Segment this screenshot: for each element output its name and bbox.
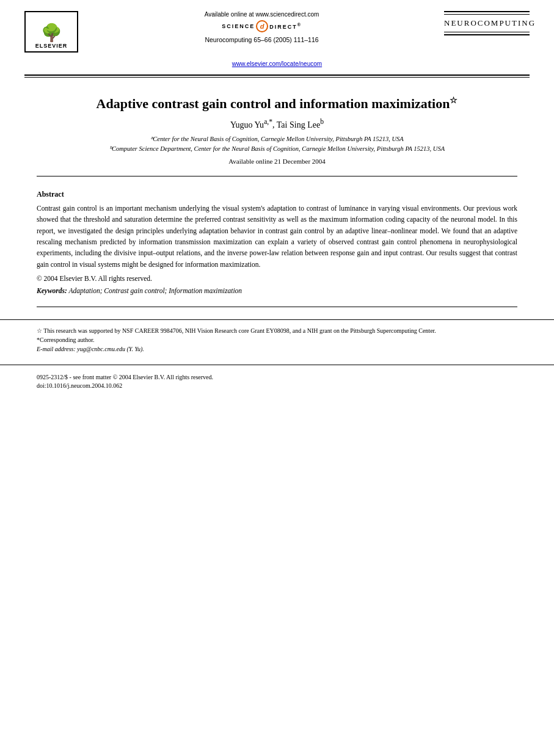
keywords-line: Keywords: Adaptation; Contrast gain cont… — [37, 287, 517, 294]
author1-sup: a,* — [264, 118, 272, 126]
affiliation-a: ᵃCenter for the Neural Basis of Cognitio… — [49, 134, 505, 144]
title-star: ☆ — [450, 96, 457, 105]
url-line: www.elsevier.com/locate/neucom — [232, 57, 322, 68]
footnote-area: ☆ This research was supported by NSF CAR… — [0, 319, 554, 362]
email-label: E-mail address: — [37, 346, 76, 352]
abstract-text: Contrast gain control is an important me… — [37, 203, 517, 270]
abstract-section: Abstract Contrast gain control is an imp… — [37, 181, 517, 300]
abstract-divider-bottom — [37, 307, 517, 307]
footnote-star-text: ☆ This research was supported by NSF CAR… — [37, 326, 517, 354]
nc-line-2 — [444, 14, 530, 15]
affiliation-b: ᵇComputer Science Department, Center for… — [49, 144, 505, 154]
author1-name: Yuguo Yu — [230, 120, 264, 129]
title-section: Adaptive contrast gain control and infor… — [37, 78, 517, 171]
page: 🌳 ELSEVIER Available online at www.scien… — [0, 0, 554, 756]
footnote-email-line: E-mail address: yug@cnbc.cmu.edu (Y. Yu)… — [37, 344, 517, 354]
authors-line: Yuguo Yua,*, Tai Sing Leeb — [49, 118, 505, 130]
issn-line: 0925-2312/$ - see front matter © 2004 El… — [37, 373, 517, 382]
bottom-info: 0925-2312/$ - see front matter © 2004 El… — [0, 365, 554, 396]
elsevier-label: ELSEVIER — [35, 43, 68, 49]
journal-volume: Neurocomputing 65–66 (2005) 111–116 — [92, 36, 432, 43]
copyright: © 2004 Elsevier B.V. All rights reserved… — [37, 275, 517, 282]
header: 🌳 ELSEVIER Available online at www.scien… — [0, 0, 554, 68]
elsevier-tree-icon: 🌳 — [41, 24, 62, 42]
author2-name: Tai Sing Lee — [277, 120, 320, 129]
email-value: yug@cnbc.cmu.edu (Y. Yu). — [77, 346, 144, 352]
author2-sup: b — [320, 118, 324, 126]
neurocomputing-header: NEUROCOMPUTING — [444, 11, 530, 37]
nc-lines-bottom — [444, 32, 530, 35]
nc-lines-top — [444, 11, 530, 15]
center-header: Available online at www.sciencedirect.co… — [79, 11, 444, 43]
nc-line-1 — [444, 11, 530, 12]
keywords-label: Keywords: — [37, 287, 67, 294]
footnote-funding: ☆ This research was supported by NSF CAR… — [37, 326, 517, 335]
nc-line-4 — [444, 34, 530, 35]
sciencedirect-logo: SCIENCE d DIRECT® — [92, 20, 432, 32]
available-online-text: Available online at www.sciencedirect.co… — [92, 11, 432, 18]
direct-text: DIRECT® — [269, 23, 302, 30]
affiliations: ᵃCenter for the Neural Basis of Cognitio… — [49, 134, 505, 154]
doi-line: doi:10.1016/j.neucom.2004.10.062 — [37, 382, 517, 389]
author-sep: , — [272, 120, 277, 129]
elsevier-logo: 🌳 ELSEVIER — [24, 11, 79, 53]
science-text: SCIENCE — [222, 23, 255, 29]
header-divider-top — [24, 75, 530, 76]
neurocomputing-title: NEUROCOMPUTING — [444, 18, 530, 28]
nc-line-3 — [444, 32, 530, 32]
sd-circle-icon: d — [256, 20, 268, 32]
abstract-label: Abstract — [37, 190, 517, 199]
main-content: Adaptive contrast gain control and infor… — [0, 78, 554, 307]
available-date: Available online 21 December 2004 — [49, 158, 505, 165]
abstract-divider-top — [37, 176, 517, 176]
journal-url[interactable]: www.elsevier.com/locate/neucom — [232, 60, 322, 67]
paper-title: Adaptive contrast gain control and infor… — [49, 95, 505, 113]
keywords-values: Adaptation; Contrast gain control; Infor… — [69, 287, 242, 294]
footnote-corresponding: *Corresponding author. — [37, 335, 517, 344]
